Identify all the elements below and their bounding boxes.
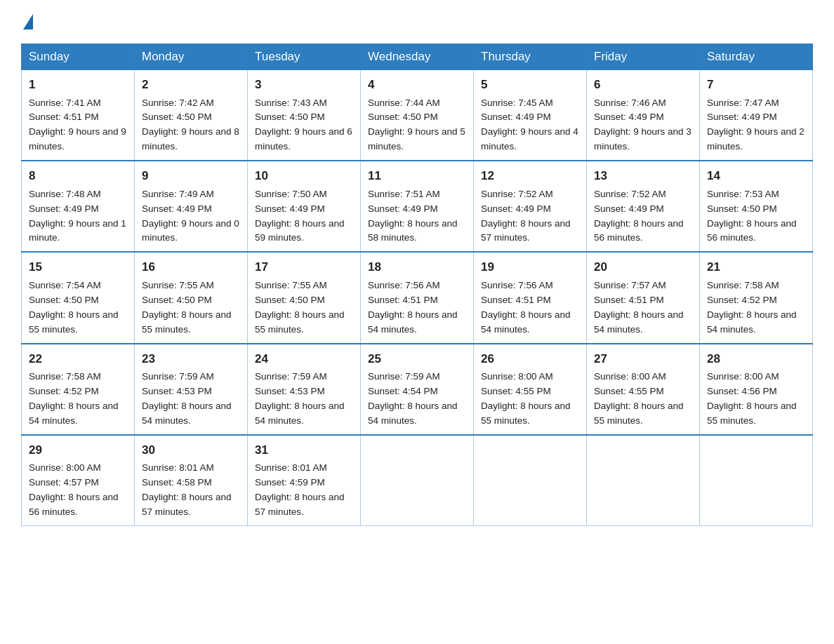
calendar-week-row: 22Sunrise: 7:58 AMSunset: 4:52 PMDayligh… <box>22 344 813 435</box>
day-number: 24 <box>255 350 353 368</box>
day-info: Sunrise: 7:59 AMSunset: 4:53 PMDaylight:… <box>255 370 353 429</box>
day-number: 19 <box>481 258 579 276</box>
day-number: 3 <box>255 76 353 94</box>
day-info: Sunrise: 7:55 AMSunset: 4:50 PMDaylight:… <box>255 279 353 337</box>
day-number: 29 <box>29 441 127 459</box>
calendar-day-cell: 29Sunrise: 8:00 AMSunset: 4:57 PMDayligh… <box>22 435 135 526</box>
calendar-day-header: Saturday <box>700 44 813 70</box>
day-number: 5 <box>481 76 579 94</box>
logo-triangle-icon <box>23 14 33 29</box>
day-info: Sunrise: 7:43 AMSunset: 4:50 PMDaylight:… <box>255 96 353 155</box>
day-number: 2 <box>142 76 240 94</box>
calendar-day-cell: 27Sunrise: 8:00 AMSunset: 4:55 PMDayligh… <box>587 344 700 435</box>
day-number: 14 <box>707 167 805 185</box>
day-number: 31 <box>255 441 353 459</box>
day-number: 25 <box>368 350 466 368</box>
calendar-day-header: Sunday <box>22 44 135 70</box>
day-info: Sunrise: 7:50 AMSunset: 4:49 PMDaylight:… <box>255 187 353 246</box>
calendar-day-cell <box>361 435 474 526</box>
day-info: Sunrise: 7:59 AMSunset: 4:53 PMDaylight:… <box>142 370 240 429</box>
calendar-day-cell: 11Sunrise: 7:51 AMSunset: 4:49 PMDayligh… <box>361 161 474 252</box>
day-number: 13 <box>594 167 692 185</box>
day-info: Sunrise: 7:52 AMSunset: 4:49 PMDaylight:… <box>481 187 579 246</box>
calendar-day-cell: 23Sunrise: 7:59 AMSunset: 4:53 PMDayligh… <box>135 344 248 435</box>
day-number: 16 <box>142 258 240 276</box>
day-info: Sunrise: 7:56 AMSunset: 4:51 PMDaylight:… <box>481 279 579 337</box>
day-info: Sunrise: 7:48 AMSunset: 4:49 PMDaylight:… <box>29 187 127 246</box>
calendar-day-cell <box>700 435 813 526</box>
day-info: Sunrise: 7:44 AMSunset: 4:50 PMDaylight:… <box>368 96 466 155</box>
day-info: Sunrise: 8:00 AMSunset: 4:55 PMDaylight:… <box>594 370 692 429</box>
day-number: 18 <box>368 258 466 276</box>
calendar-day-cell: 9Sunrise: 7:49 AMSunset: 4:49 PMDaylight… <box>135 161 248 252</box>
day-info: Sunrise: 7:55 AMSunset: 4:50 PMDaylight:… <box>142 279 240 337</box>
day-info: Sunrise: 7:46 AMSunset: 4:49 PMDaylight:… <box>594 96 692 155</box>
calendar-day-cell <box>587 435 700 526</box>
day-info: Sunrise: 7:47 AMSunset: 4:49 PMDaylight:… <box>707 96 805 155</box>
day-number: 6 <box>594 76 692 94</box>
calendar-week-row: 15Sunrise: 7:54 AMSunset: 4:50 PMDayligh… <box>22 252 813 343</box>
day-number: 10 <box>255 167 353 185</box>
day-info: Sunrise: 8:00 AMSunset: 4:56 PMDaylight:… <box>707 370 805 429</box>
calendar-day-cell: 25Sunrise: 7:59 AMSunset: 4:54 PMDayligh… <box>361 344 474 435</box>
calendar-day-cell: 28Sunrise: 8:00 AMSunset: 4:56 PMDayligh… <box>700 344 813 435</box>
page-header <box>21 14 813 31</box>
day-info: Sunrise: 8:00 AMSunset: 4:57 PMDaylight:… <box>29 461 127 520</box>
day-number: 7 <box>707 76 805 94</box>
calendar-day-header: Thursday <box>474 44 587 70</box>
day-info: Sunrise: 7:59 AMSunset: 4:54 PMDaylight:… <box>368 370 466 429</box>
calendar-day-cell: 17Sunrise: 7:55 AMSunset: 4:50 PMDayligh… <box>248 252 361 343</box>
day-info: Sunrise: 8:00 AMSunset: 4:55 PMDaylight:… <box>481 370 579 429</box>
day-number: 9 <box>142 167 240 185</box>
day-number: 15 <box>29 258 127 276</box>
calendar-week-row: 1Sunrise: 7:41 AMSunset: 4:51 PMDaylight… <box>22 70 813 161</box>
day-number: 12 <box>481 167 579 185</box>
calendar-day-header: Friday <box>587 44 700 70</box>
day-info: Sunrise: 7:58 AMSunset: 4:52 PMDaylight:… <box>29 370 127 429</box>
calendar-day-cell: 4Sunrise: 7:44 AMSunset: 4:50 PMDaylight… <box>361 70 474 161</box>
day-number: 8 <box>29 167 127 185</box>
day-number: 28 <box>707 350 805 368</box>
day-number: 17 <box>255 258 353 276</box>
calendar-day-cell: 14Sunrise: 7:53 AMSunset: 4:50 PMDayligh… <box>700 161 813 252</box>
day-info: Sunrise: 7:52 AMSunset: 4:49 PMDaylight:… <box>594 187 692 246</box>
calendar-day-cell: 1Sunrise: 7:41 AMSunset: 4:51 PMDaylight… <box>22 70 135 161</box>
day-info: Sunrise: 7:49 AMSunset: 4:49 PMDaylight:… <box>142 187 240 246</box>
calendar-day-cell: 12Sunrise: 7:52 AMSunset: 4:49 PMDayligh… <box>474 161 587 252</box>
calendar-day-cell: 20Sunrise: 7:57 AMSunset: 4:51 PMDayligh… <box>587 252 700 343</box>
calendar-day-cell: 16Sunrise: 7:55 AMSunset: 4:50 PMDayligh… <box>135 252 248 343</box>
day-number: 30 <box>142 441 240 459</box>
calendar-table: SundayMondayTuesdayWednesdayThursdayFrid… <box>21 43 813 526</box>
calendar-day-cell: 22Sunrise: 7:58 AMSunset: 4:52 PMDayligh… <box>22 344 135 435</box>
calendar-day-cell: 8Sunrise: 7:48 AMSunset: 4:49 PMDaylight… <box>22 161 135 252</box>
calendar-day-cell: 13Sunrise: 7:52 AMSunset: 4:49 PMDayligh… <box>587 161 700 252</box>
calendar-day-cell: 7Sunrise: 7:47 AMSunset: 4:49 PMDaylight… <box>700 70 813 161</box>
calendar-day-cell: 26Sunrise: 8:00 AMSunset: 4:55 PMDayligh… <box>474 344 587 435</box>
calendar-day-cell: 18Sunrise: 7:56 AMSunset: 4:51 PMDayligh… <box>361 252 474 343</box>
calendar-day-cell: 31Sunrise: 8:01 AMSunset: 4:59 PMDayligh… <box>248 435 361 526</box>
day-info: Sunrise: 7:42 AMSunset: 4:50 PMDaylight:… <box>142 96 240 155</box>
day-number: 23 <box>142 350 240 368</box>
calendar-day-cell: 19Sunrise: 7:56 AMSunset: 4:51 PMDayligh… <box>474 252 587 343</box>
calendar-day-header: Wednesday <box>361 44 474 70</box>
calendar-day-cell: 15Sunrise: 7:54 AMSunset: 4:50 PMDayligh… <box>22 252 135 343</box>
calendar-day-header: Monday <box>135 44 248 70</box>
calendar-day-cell: 30Sunrise: 8:01 AMSunset: 4:58 PMDayligh… <box>135 435 248 526</box>
calendar-week-row: 8Sunrise: 7:48 AMSunset: 4:49 PMDaylight… <box>22 161 813 252</box>
day-info: Sunrise: 7:54 AMSunset: 4:50 PMDaylight:… <box>29 279 127 337</box>
calendar-header-row: SundayMondayTuesdayWednesdayThursdayFrid… <box>22 44 813 70</box>
day-info: Sunrise: 8:01 AMSunset: 4:59 PMDaylight:… <box>255 461 353 520</box>
day-number: 21 <box>707 258 805 276</box>
day-info: Sunrise: 7:41 AMSunset: 4:51 PMDaylight:… <box>29 96 127 155</box>
calendar-day-cell: 24Sunrise: 7:59 AMSunset: 4:53 PMDayligh… <box>248 344 361 435</box>
calendar-day-cell: 6Sunrise: 7:46 AMSunset: 4:49 PMDaylight… <box>587 70 700 161</box>
calendar-day-cell: 10Sunrise: 7:50 AMSunset: 4:49 PMDayligh… <box>248 161 361 252</box>
day-number: 11 <box>368 167 466 185</box>
day-number: 20 <box>594 258 692 276</box>
day-info: Sunrise: 7:57 AMSunset: 4:51 PMDaylight:… <box>594 279 692 337</box>
calendar-day-cell: 21Sunrise: 7:58 AMSunset: 4:52 PMDayligh… <box>700 252 813 343</box>
day-info: Sunrise: 7:51 AMSunset: 4:49 PMDaylight:… <box>368 187 466 246</box>
day-number: 1 <box>29 76 127 94</box>
calendar-day-cell: 3Sunrise: 7:43 AMSunset: 4:50 PMDaylight… <box>248 70 361 161</box>
calendar-day-cell <box>474 435 587 526</box>
